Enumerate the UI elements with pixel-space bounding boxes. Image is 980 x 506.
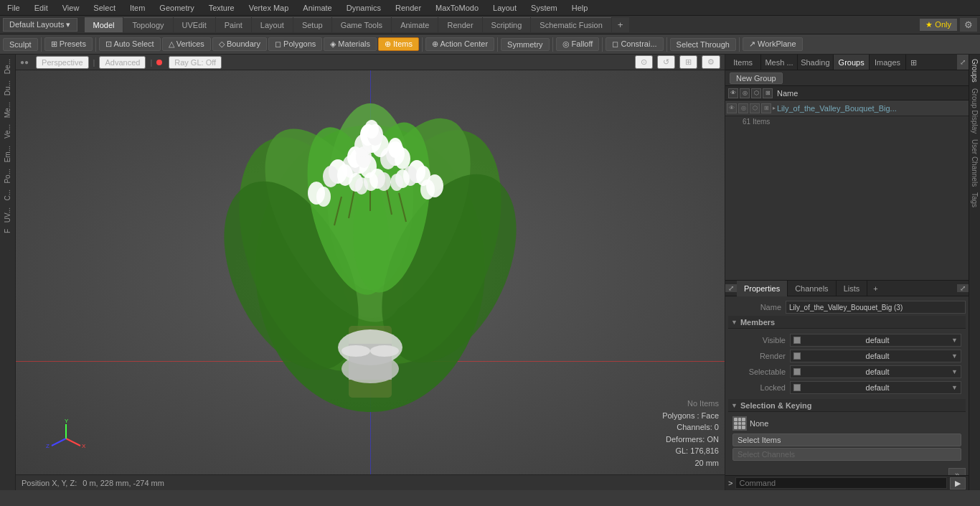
boundary-button[interactable]: ◇ Boundary — [212, 37, 267, 51]
polygons-button[interactable]: ◻ Polygons — [268, 37, 322, 51]
layout-tab-render[interactable]: Render — [438, 17, 481, 32]
viewport-icon-settings[interactable]: ⚙ — [702, 55, 720, 69]
menu-animate[interactable]: Animate — [298, 2, 336, 14]
menu-maxtomodo[interactable]: MaxToModo — [431, 2, 483, 14]
menu-render[interactable]: Render — [391, 2, 425, 14]
props-tab-add[interactable]: + — [867, 281, 883, 296]
group-row-icon-render[interactable]: ◎ — [738, 103, 748, 113]
layout-tab-topology[interactable]: Topology — [123, 17, 172, 32]
menu-item[interactable]: Item — [126, 2, 149, 14]
rp-tab-items[interactable]: Items — [725, 55, 761, 70]
vertices-button[interactable]: △ Vertices — [162, 37, 211, 51]
menu-system[interactable]: System — [527, 2, 562, 14]
viewport-icon-camera[interactable]: ⊙ — [635, 55, 653, 69]
props-tab-properties[interactable]: Properties — [737, 281, 788, 296]
group-expand-arrow[interactable]: ▸ — [773, 105, 776, 111]
members-section-header[interactable]: ▼ Members — [728, 316, 966, 329]
menu-layout[interactable]: Layout — [489, 2, 521, 14]
group-row-icon-lock[interactable]: ⬡ — [750, 103, 760, 113]
menu-texture[interactable]: Texture — [204, 2, 239, 14]
right-vtab-user-channels[interactable]: User Channels — [970, 136, 979, 189]
group-icon-props[interactable]: ⊞ — [763, 88, 773, 98]
viewport-raygl-btn[interactable]: Ray GL: Off — [169, 56, 222, 69]
layout-tab-schematic[interactable]: Schematic Fusion — [531, 17, 611, 32]
render-dropdown[interactable]: default ▼ — [790, 350, 961, 362]
visible-dropdown[interactable]: default ▼ — [790, 334, 961, 347]
layout-tab-paint[interactable]: Paint — [216, 17, 251, 32]
action-center-button[interactable]: ⊕ Action Center — [425, 37, 494, 51]
group-row-icon-props[interactable]: ⊞ — [761, 103, 771, 113]
viewport[interactable]: X Z Y No Items Polygons : Face Channels:… — [16, 70, 725, 474]
menu-geometry[interactable]: Geometry — [155, 2, 198, 14]
group-item-name[interactable]: Lily_of_the_Valley_Bouquet_Big... — [777, 104, 967, 113]
command-run-button[interactable]: ▶ — [950, 477, 966, 489]
layout-tab-add[interactable]: + — [612, 17, 629, 32]
presets-button[interactable]: ⊞ Presets — [44, 37, 93, 51]
sidebar-tab-de[interactable]: De... — [2, 56, 13, 77]
viewport-advanced-btn[interactable]: Advanced — [99, 56, 146, 69]
menu-select[interactable]: Select — [89, 2, 120, 14]
items-button[interactable]: ⊕ Items — [378, 37, 419, 51]
group-item-row[interactable]: 👁 ◎ ⬡ ⊞ ▸ Lily_of_the_Valley_Bouquet_Big… — [725, 100, 969, 116]
viewport-icon-refresh[interactable]: ↺ — [657, 55, 675, 69]
command-input[interactable] — [735, 477, 947, 489]
sidebar-tab-ve[interactable]: Ve... — [2, 121, 13, 141]
group-row-icon-eye[interactable]: 👁 — [727, 103, 737, 113]
rp-tab-groups[interactable]: Groups — [834, 55, 870, 70]
group-icon-eye[interactable]: 👁 — [728, 88, 738, 98]
auto-select-button[interactable]: ⊡ Auto Select — [99, 37, 161, 51]
props-tab-lists[interactable]: Lists — [837, 281, 868, 296]
sidebar-tab-po[interactable]: Po... — [2, 166, 13, 187]
right-vtab-groups[interactable]: Groups — [970, 56, 979, 85]
settings-button[interactable]: ⚙ — [960, 18, 977, 32]
sidebar-tab-uv[interactable]: UV... — [2, 205, 13, 225]
sidebar-tab-me[interactable]: Me... — [2, 99, 13, 121]
layout-tab-animate[interactable]: Animate — [392, 17, 438, 32]
sel-keying-section-header[interactable]: ▼ Selection & Keying — [728, 399, 966, 412]
falloff-button[interactable]: ◎ Falloff — [556, 37, 600, 51]
viewport-perspective-btn[interactable]: Perspective — [36, 56, 88, 69]
rp-tab-images[interactable]: Images — [870, 55, 905, 70]
group-icon-lock[interactable]: ⬡ — [751, 88, 761, 98]
menu-file[interactable]: File — [3, 2, 24, 14]
constraints-button[interactable]: ◻ Constrai... — [606, 37, 663, 51]
locked-dropdown[interactable]: default ▼ — [790, 381, 961, 394]
select-items-button[interactable]: Select Items — [732, 434, 961, 446]
props-tab-channels[interactable]: Channels — [788, 281, 836, 296]
group-icon-render[interactable]: ◎ — [740, 88, 750, 98]
workplane-button[interactable]: ↗ WorkPlane — [743, 37, 803, 51]
materials-button[interactable]: ◈ Materials — [324, 37, 377, 51]
menu-view[interactable]: View — [58, 2, 84, 14]
rp-tab-shading[interactable]: Shading — [798, 55, 834, 70]
props-expand-right[interactable]: ⤢ — [957, 284, 969, 292]
symmetry-button[interactable]: Symmetry — [501, 38, 550, 51]
menu-edit[interactable]: Edit — [30, 2, 52, 14]
sculpt-button[interactable]: Sculpt — [3, 38, 38, 51]
layout-tab-uvedit[interactable]: UVEdit — [174, 17, 215, 32]
right-vtab-tags[interactable]: Tags — [970, 189, 979, 210]
select-channels-button[interactable]: Select Channels — [732, 448, 961, 461]
sidebar-tab-du[interactable]: Du... — [2, 78, 13, 98]
rp-tab-mesh[interactable]: Mesh ... — [761, 55, 797, 70]
prop-name-input[interactable] — [786, 301, 966, 314]
layout-tab-layout[interactable]: Layout — [252, 17, 293, 32]
layout-tab-gametools[interactable]: Game Tools — [332, 17, 392, 32]
selectable-dropdown[interactable]: default ▼ — [790, 365, 961, 378]
layout-selector[interactable]: Default Layouts ▾ — [3, 18, 77, 32]
sidebar-tab-em[interactable]: Em... — [2, 143, 13, 165]
expand-button[interactable]: » — [948, 468, 966, 475]
right-vtab-group-display[interactable]: Group Display — [970, 85, 979, 136]
new-group-button[interactable]: New Group — [730, 72, 783, 84]
viewport-icon-zoom[interactable]: ⊞ — [679, 55, 697, 69]
select-through-button[interactable]: Select Through — [670, 38, 736, 51]
rp-tab-add[interactable]: ⊞ — [906, 55, 922, 70]
props-expand-left[interactable]: ⤢ — [725, 284, 737, 292]
layout-tab-scripting[interactable]: Scripting — [483, 17, 531, 32]
sidebar-tab-f[interactable]: F — [2, 226, 13, 236]
menu-dynamics[interactable]: Dynamics — [342, 2, 385, 14]
sidebar-tab-c[interactable]: C... — [2, 187, 13, 204]
layout-tab-model[interactable]: Model — [85, 17, 123, 32]
rp-expand-btn[interactable]: ⤢ — [957, 55, 969, 70]
menu-help[interactable]: Help — [567, 2, 593, 14]
layout-tab-setup[interactable]: Setup — [293, 17, 331, 32]
